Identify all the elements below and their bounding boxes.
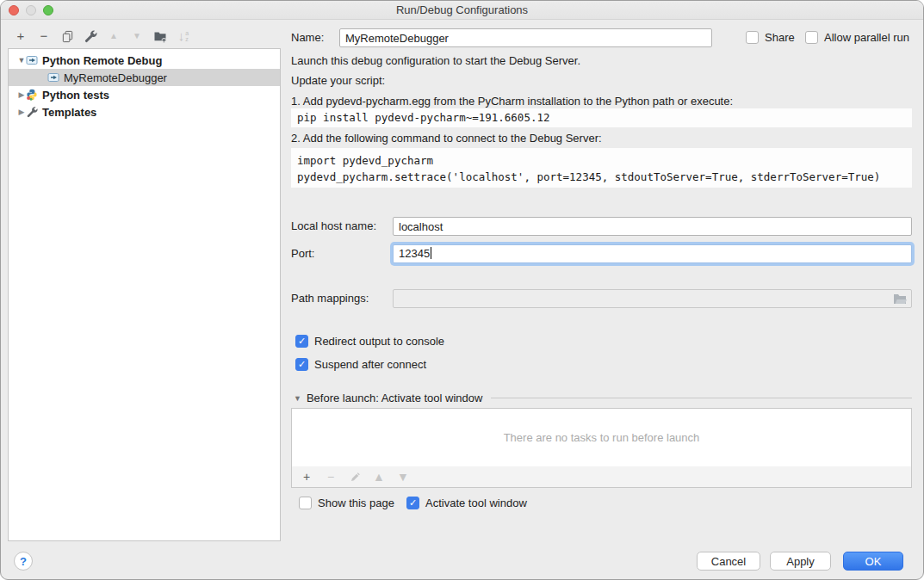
browse-folder-icon[interactable] (893, 293, 907, 310)
apply-button[interactable]: Apply (770, 552, 831, 571)
cancel-button[interactable]: Cancel (697, 552, 760, 571)
run-debug-configurations-dialog: Run/Debug Configurations + − ▲ ▼ ↓az ▼ P… (0, 0, 924, 580)
text-caret (431, 247, 431, 259)
move-down-icon[interactable]: ▼ (130, 29, 144, 43)
add-configuration-icon[interactable]: + (14, 29, 28, 43)
configurations-toolbar: + − ▲ ▼ ↓az (14, 28, 190, 45)
disclosure-closed-icon[interactable]: ▶ (17, 90, 26, 99)
help-button[interactable]: ? (14, 552, 33, 571)
update-script-text: Update your script: (291, 74, 385, 87)
disclosure-open-icon[interactable]: ▼ (17, 56, 26, 65)
allow-parallel-run-checkbox[interactable] (805, 31, 818, 44)
run-config-icon (26, 54, 38, 66)
move-up-icon[interactable]: ▲ (107, 29, 121, 43)
activate-tool-window-row: ✓ Activate tool window (406, 497, 527, 509)
tree-item-templates[interactable]: ▶ Templates (9, 103, 280, 120)
sort-a-glyph: a (185, 30, 189, 36)
remove-task-icon[interactable]: − (324, 470, 338, 484)
tree-item-label: Python tests (42, 89, 109, 102)
configurations-tree: ▼ Python Remote Debug MyRemoteDebugger ▶… (8, 48, 281, 541)
empty-task-message: There are no tasks to run before launch (504, 431, 700, 444)
tree-item-label: Templates (42, 106, 96, 119)
remove-configuration-icon[interactable]: − (37, 29, 51, 43)
step1-text: 1. Add pydevd-pycharm.egg from the PyCha… (291, 95, 733, 108)
settrace-code: import pydevd_pycharmpydevd_pycharm.sett… (291, 148, 912, 188)
templates-wrench-icon (26, 106, 38, 118)
local-host-input[interactable] (393, 217, 912, 236)
settrace-code-line1: import pydevd_pycharm (297, 152, 906, 169)
name-input[interactable] (339, 28, 712, 47)
add-task-icon[interactable]: + (300, 470, 313, 484)
help-icon: ? (20, 555, 27, 568)
port-input[interactable]: 12345 (393, 244, 912, 263)
window-title: Run/Debug Configurations (1, 3, 923, 16)
move-task-up-icon[interactable]: ▲ (372, 470, 386, 484)
run-config-icon (47, 71, 59, 83)
edit-task-pencil-icon[interactable] (348, 470, 362, 484)
ok-button[interactable]: OK (843, 552, 903, 571)
pip-install-code: pip install pydevd-pycharm~=191.6605.12 (291, 108, 912, 127)
suspend-after-connect-row: ✓ Suspend after connect (295, 358, 426, 371)
allow-parallel-run-label: Allow parallel run (824, 31, 909, 44)
titlebar[interactable]: Run/Debug Configurations (1, 1, 923, 20)
sort-z-glyph: z (185, 36, 189, 42)
configuration-editor: Name: Share Allow parallel run Launch th… (291, 20, 912, 541)
settrace-code-line2: pydevd_pycharm.settrace('localhost', por… (297, 169, 906, 185)
step2-text: 2. Add the following command to connect … (291, 132, 602, 145)
before-launch-toolbar: + − ▲ ▼ (291, 466, 912, 488)
section-divider (491, 398, 912, 398)
move-task-down-icon[interactable]: ▼ (396, 470, 410, 484)
activate-tool-window-checkbox[interactable]: ✓ (406, 497, 419, 509)
suspend-after-connect-label: Suspend after connect (314, 358, 426, 371)
name-label: Name: (291, 28, 324, 47)
tree-item-python-tests[interactable]: ▶ Python tests (9, 86, 280, 103)
before-launch-task-list[interactable]: There are no tasks to run before launch (291, 408, 912, 467)
sort-arrow-glyph: ↓ (178, 29, 185, 43)
allow-parallel-checkbox-row: Allow parallel run (805, 31, 909, 44)
port-value: 12345 (399, 247, 430, 260)
redirect-output-checkbox[interactable]: ✓ (295, 335, 308, 348)
share-checkbox-row: Share (746, 31, 795, 44)
path-mappings-label: Path mappings: (291, 289, 369, 308)
tree-item-python-remote-debug[interactable]: ▼ Python Remote Debug (9, 52, 280, 69)
activate-tool-window-label: Activate tool window (425, 497, 527, 509)
before-launch-title: Before launch: Activate tool window (307, 392, 483, 404)
tree-item-label: Python Remote Debug (42, 54, 162, 67)
share-checkbox[interactable] (746, 31, 759, 44)
tree-item-myremotedebugger[interactable]: MyRemoteDebugger (9, 69, 280, 86)
disclosure-closed-icon[interactable]: ▶ (17, 108, 26, 116)
show-this-page-label: Show this page (318, 497, 394, 509)
local-host-label: Local host name: (291, 217, 376, 236)
edit-templates-wrench-icon[interactable] (84, 29, 97, 43)
suspend-after-connect-checkbox[interactable]: ✓ (295, 358, 308, 371)
show-this-page-checkbox[interactable] (299, 497, 312, 509)
port-label: Port: (291, 244, 314, 263)
before-launch-header: ▼ Before launch: Activate tool window (294, 392, 912, 404)
intro-text: Launch this debug configuration to start… (291, 54, 580, 67)
show-this-page-row: Show this page (299, 497, 394, 509)
path-mappings-input[interactable] (393, 289, 912, 308)
new-folder-icon[interactable] (153, 29, 167, 43)
check-icon: ✓ (298, 335, 306, 348)
tree-item-label: MyRemoteDebugger (64, 71, 167, 84)
check-icon: ✓ (298, 358, 306, 371)
copy-configuration-icon[interactable] (60, 29, 74, 43)
python-tests-icon (26, 89, 38, 101)
share-label: Share (765, 31, 795, 44)
redirect-output-row: ✓ Redirect output to console (295, 335, 444, 348)
redirect-output-label: Redirect output to console (314, 335, 444, 348)
section-collapse-icon[interactable]: ▼ (294, 394, 301, 403)
sort-alphabetically-icon[interactable]: ↓az (177, 29, 190, 43)
check-icon: ✓ (409, 497, 417, 509)
